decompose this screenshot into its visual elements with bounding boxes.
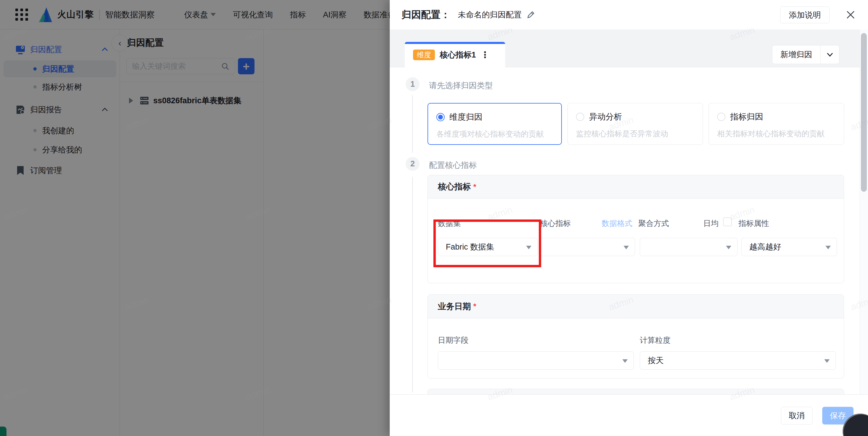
step-connector (412, 177, 413, 392)
core-metric-card-header: 核心指标 * (428, 175, 844, 199)
dataset-select[interactable]: Fabric 数据集 (438, 238, 538, 256)
core-metric-card: 核心指标 * 数据集 核心指标 数据格式 聚合方式 日均 指标属性 Fabric… (428, 175, 844, 283)
edit-pencil-icon[interactable] (526, 10, 535, 19)
chevron-down-icon (826, 51, 834, 59)
close-icon[interactable] (845, 10, 856, 20)
data-format-link[interactable]: 数据格式 (602, 218, 632, 229)
date-field-select[interactable] (438, 351, 634, 370)
select-caret-icon (526, 246, 531, 249)
modal-footer: 取消 保存 (390, 394, 868, 436)
date-field-label: 日期字段 (438, 335, 469, 345)
select-caret-icon (826, 246, 831, 249)
select-caret-icon (624, 246, 629, 249)
step-1-label: 请先选择归因类型 (429, 80, 493, 91)
add-description-button[interactable]: 添加说明 (780, 6, 830, 23)
select-caret-icon (622, 359, 628, 363)
modal-title: 归因配置： (402, 8, 450, 22)
aggregation-select[interactable] (640, 238, 738, 256)
type-card-anomaly-analysis[interactable]: 异动分析 监控核心指标是否异常波动 (567, 103, 703, 145)
modal-header: 归因配置： 未命名的归因配置 添加说明 (390, 0, 868, 30)
type-card-dimension-attribution[interactable]: 维度归因 各维度项对核心指标变动的贡献 (428, 103, 562, 145)
business-date-card: 业务日期 * 日期字段 计算粒度 按天 (428, 294, 844, 378)
step-connector (412, 95, 413, 153)
type-card-metric-attribution[interactable]: 指标归因 相关指标对核心指标变动的贡献 (709, 103, 844, 145)
metric-attribute-label: 指标属性 (738, 218, 769, 229)
radio-icon[interactable] (717, 113, 725, 121)
daily-average-checkbox[interactable] (723, 217, 732, 226)
step-2-indicator: 2 (406, 157, 420, 171)
core-metric-field-label: 核心指标 (540, 218, 571, 229)
granularity-label: 计算粒度 (640, 335, 671, 345)
aggregation-field-label: 聚合方式 (638, 218, 669, 229)
new-attribution-dropdown[interactable] (820, 45, 839, 64)
radio-icon[interactable] (576, 113, 584, 121)
attribution-config-modal: 归因配置： 未命名的归因配置 添加说明 维度 核心指标1 ⋮ 新增归因 (390, 0, 868, 436)
required-asterisk: * (473, 182, 476, 192)
new-attribution-button[interactable]: 新增归因 (772, 45, 820, 64)
daily-average-label: 日均 (703, 218, 719, 229)
business-date-card-header: 业务日期 * (428, 295, 844, 318)
modal-scrollbar-track[interactable] (860, 30, 868, 394)
metric-attribute-select[interactable]: 越高越好 (741, 238, 837, 256)
tab-core-metric-1[interactable]: 维度 核心指标1 ⋮ (405, 42, 505, 68)
radio-selected-icon[interactable] (436, 113, 445, 121)
dimension-badge: 维度 (413, 49, 435, 60)
step-2-label: 配置核心指标 (429, 160, 477, 170)
dataset-field-label: 数据集 (438, 218, 461, 229)
active-tab-indicator (405, 42, 505, 44)
select-caret-icon (726, 246, 731, 249)
kebab-menu-icon[interactable]: ⋮ (480, 51, 490, 59)
granularity-select[interactable]: 按天 (640, 351, 836, 370)
step-1-indicator: 1 (406, 77, 420, 91)
core-metric-select[interactable] (540, 238, 635, 256)
page: 火山引擎 智能数据洞察 仪表盘 可视化查询 指标 AI洞察 数据准备 归因配置 (0, 0, 868, 436)
modal-scrollbar-thumb[interactable] (861, 33, 867, 192)
new-attribution-split-button: 新增归因 (772, 45, 839, 64)
modal-subtitle: 未命名的归因配置 (458, 9, 522, 20)
cancel-button[interactable]: 取消 (781, 407, 812, 425)
required-asterisk: * (473, 302, 476, 311)
select-caret-icon (824, 359, 830, 363)
